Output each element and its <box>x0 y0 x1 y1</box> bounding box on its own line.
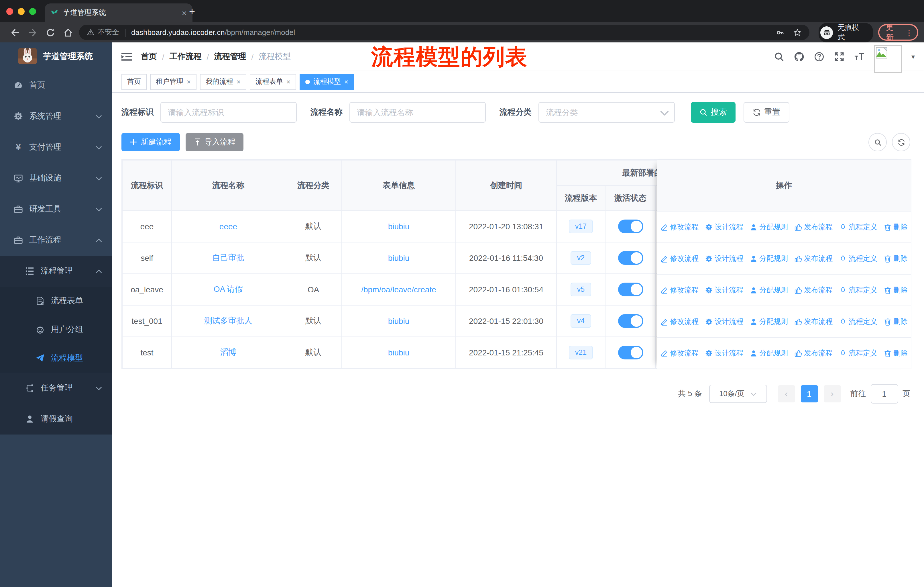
modify-process-link[interactable]: 修改流程 <box>660 254 699 263</box>
reload-icon[interactable] <box>41 28 59 37</box>
publish-process-link[interactable]: 发布流程 <box>794 285 833 295</box>
publish-process-link[interactable]: 发布流程 <box>794 317 833 326</box>
assign-rule-link[interactable]: 分配规则 <box>749 285 788 295</box>
reset-button[interactable]: 重置 <box>744 102 789 123</box>
new-tab-button[interactable]: + <box>189 6 195 18</box>
tag-home[interactable]: 首页 <box>121 74 147 90</box>
modify-process-link[interactable]: 修改流程 <box>660 348 699 358</box>
security-badge[interactable]: 不安全 <box>87 28 119 37</box>
process-name-input[interactable] <box>350 102 486 123</box>
design-process-link[interactable]: 设计流程 <box>705 222 743 232</box>
address-bar[interactable]: 不安全 dashboard.yudao.iocoder.cn /bpm/mana… <box>79 25 810 40</box>
caret-down-icon[interactable]: ▾ <box>911 53 915 61</box>
tag-process-form[interactable]: 流程表单× <box>250 74 296 90</box>
delete-link[interactable]: 删除 <box>884 222 908 232</box>
next-page-button[interactable]: › <box>823 385 841 402</box>
delete-link[interactable]: 删除 <box>884 348 908 358</box>
prev-page-button[interactable]: ‹ <box>778 385 795 402</box>
sidebar-item-user-group[interactable]: 用户分组 <box>0 315 112 344</box>
refresh-table-button[interactable] <box>892 133 910 151</box>
menu-dots-icon[interactable]: ⋮ <box>905 28 913 37</box>
assign-rule-link[interactable]: 分配规则 <box>749 317 788 326</box>
breadcrumb-item[interactable]: 首页 <box>141 51 157 62</box>
process-name-link[interactable]: OA 请假 <box>214 284 243 293</box>
window-zoom-button[interactable] <box>29 8 36 15</box>
sidebar-item-infra[interactable]: 基础设施 <box>0 163 112 194</box>
assign-rule-link[interactable]: 分配规则 <box>749 222 788 232</box>
design-process-link[interactable]: 设计流程 <box>705 254 743 263</box>
tag-close-icon[interactable]: × <box>344 78 348 86</box>
design-process-link[interactable]: 设计流程 <box>705 285 743 295</box>
assign-rule-link[interactable]: 分配规则 <box>749 254 788 263</box>
breadcrumb-item[interactable]: 流程管理 <box>214 51 246 62</box>
form-info-link[interactable]: biubiu <box>388 222 409 231</box>
process-definition-link[interactable]: 流程定义 <box>839 222 877 232</box>
form-info-link[interactable]: biubiu <box>388 348 409 357</box>
publish-process-link[interactable]: 发布流程 <box>794 348 833 358</box>
modify-process-link[interactable]: 修改流程 <box>660 317 699 326</box>
category-select-input[interactable] <box>538 102 675 123</box>
modify-process-link[interactable]: 修改流程 <box>660 285 699 295</box>
form-info-link[interactable]: biubiu <box>388 253 409 263</box>
tag-my-process[interactable]: 我的流程× <box>200 74 246 90</box>
home-icon[interactable] <box>59 28 77 37</box>
process-name-link[interactable]: eeee <box>219 222 237 231</box>
process-id-input[interactable] <box>160 102 297 123</box>
form-info-link[interactable]: /bpm/oa/leave/create <box>361 285 436 294</box>
active-toggle[interactable] <box>618 251 643 265</box>
active-toggle[interactable] <box>618 283 643 296</box>
bookmark-star-icon[interactable] <box>794 28 802 36</box>
active-toggle[interactable] <box>618 346 643 359</box>
chrome-update-button[interactable]: 更新 ⋮ <box>878 24 918 41</box>
search-icon[interactable] <box>774 51 784 62</box>
browser-tab[interactable]: 芋道管理系统 × <box>45 3 193 22</box>
sidebar-item-payment[interactable]: ¥支付管理 <box>0 132 112 163</box>
publish-process-link[interactable]: 发布流程 <box>794 254 833 263</box>
user-avatar[interactable] <box>874 45 902 73</box>
active-toggle[interactable] <box>618 220 643 233</box>
design-process-link[interactable]: 设计流程 <box>705 348 743 358</box>
page-size-select[interactable]: 10条/页 <box>709 385 767 403</box>
process-definition-link[interactable]: 流程定义 <box>839 317 877 326</box>
sidebar-item-leave-query[interactable]: 请假查询 <box>0 403 112 435</box>
publish-process-link[interactable]: 发布流程 <box>794 222 833 232</box>
delete-link[interactable]: 删除 <box>884 254 908 263</box>
process-definition-link[interactable]: 流程定义 <box>839 254 877 263</box>
sidebar-item-process-form[interactable]: 流程表单 <box>0 287 112 315</box>
window-close-button[interactable] <box>6 8 13 15</box>
tag-tenant[interactable]: 租户管理× <box>150 74 196 90</box>
process-name-link[interactable]: 滔博 <box>220 347 236 357</box>
current-page-button[interactable]: 1 <box>800 385 818 402</box>
assign-rule-link[interactable]: 分配规则 <box>749 348 788 358</box>
sidebar-item-process-model[interactable]: 流程模型 <box>0 344 112 373</box>
process-name-link[interactable]: 测试多审批人 <box>204 316 252 325</box>
help-icon[interactable] <box>814 51 824 62</box>
process-name-link[interactable]: 自己审批 <box>212 253 244 262</box>
goto-page-input[interactable] <box>870 384 898 403</box>
password-key-icon[interactable] <box>777 28 784 36</box>
tab-close-icon[interactable]: × <box>182 8 187 18</box>
delete-link[interactable]: 删除 <box>884 285 908 295</box>
delete-link[interactable]: 删除 <box>884 317 908 326</box>
github-icon[interactable] <box>794 51 804 62</box>
tag-process-model[interactable]: 流程模型× <box>300 74 354 90</box>
font-size-icon[interactable] <box>854 51 865 62</box>
window-minimize-button[interactable] <box>18 8 25 15</box>
active-toggle[interactable] <box>618 314 643 328</box>
sidebar-item-home[interactable]: 首页 <box>0 70 112 101</box>
modify-process-link[interactable]: 修改流程 <box>660 222 699 232</box>
tag-close-icon[interactable]: × <box>187 78 191 86</box>
hamburger-icon[interactable] <box>121 51 132 62</box>
search-button[interactable]: 搜索 <box>691 102 736 123</box>
tag-close-icon[interactable]: × <box>237 78 241 86</box>
sidebar-item-devtools[interactable]: 研发工具 <box>0 194 112 225</box>
process-definition-link[interactable]: 流程定义 <box>839 285 877 295</box>
sidebar-item-system[interactable]: 系统管理 <box>0 101 112 132</box>
design-process-link[interactable]: 设计流程 <box>705 317 743 326</box>
sidebar-item-task-mgmt[interactable]: 任务管理 <box>0 373 112 403</box>
tag-close-icon[interactable]: × <box>286 78 290 86</box>
form-info-link[interactable]: biubiu <box>388 316 409 326</box>
fullscreen-icon[interactable] <box>834 51 844 62</box>
create-process-button[interactable]: 新建流程 <box>121 133 180 151</box>
toggle-search-button[interactable] <box>868 133 887 151</box>
